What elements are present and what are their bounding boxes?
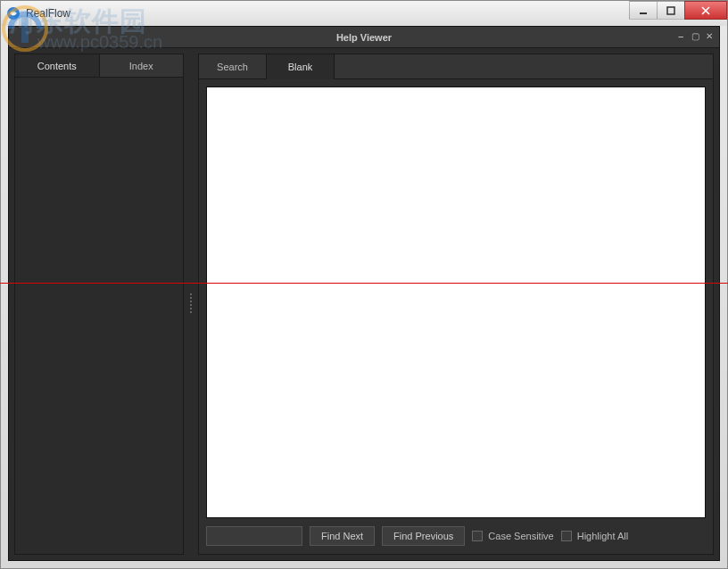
left-panel: Contents Index [14,54,184,555]
tab-search[interactable]: Search [199,54,267,79]
checkbox-icon [472,531,483,541]
realflow-app-icon [6,6,21,21]
maximize-button[interactable] [657,1,685,20]
find-previous-button[interactable]: Find Previous [382,526,465,546]
inner-window-controls: ‒ ▢ ✕ [674,30,716,43]
help-content-viewer[interactable] [206,87,706,518]
find-input[interactable] [206,526,302,546]
viewer-area [199,79,713,518]
app-frame: Help Viewer ‒ ▢ ✕ Contents Index [8,26,720,561]
help-viewer-titlebar[interactable]: Help Viewer ‒ ▢ ✕ [9,27,719,48]
tab-index[interactable]: Index [100,54,184,77]
tab-blank[interactable]: Blank [267,54,335,79]
find-bar: Find Next Find Previous Case Sensitive H… [199,518,713,554]
splitter-handle[interactable] [189,54,193,555]
highlight-all-label: Highlight All [577,531,628,541]
tab-index-label: Index [129,61,153,71]
right-panel: Search Blank Find Next Find Previous [198,54,714,555]
window-controls [630,1,727,20]
right-tabs: Search Blank [199,54,713,79]
right-tabs-filler [335,54,713,79]
outer-window-title: RealFlow [26,7,70,20]
outer-titlebar[interactable]: RealFlow [1,1,727,26]
inner-close-icon[interactable]: ✕ [703,30,716,43]
minimize-button[interactable] [629,1,658,20]
left-tab-content [15,78,183,554]
help-viewer-title: Help Viewer [336,32,392,43]
find-next-button[interactable]: Find Next [310,526,375,546]
inner-maximize-icon[interactable]: ▢ [689,30,701,43]
app-body: Contents Index Search Blank [9,48,719,560]
inner-minimize-icon[interactable]: ‒ [674,30,687,43]
close-button[interactable] [684,1,727,20]
case-sensitive-checkbox[interactable]: Case Sensitive [472,531,553,541]
highlight-all-checkbox[interactable]: Highlight All [561,531,628,541]
svg-rect-2 [667,7,674,14]
tab-search-label: Search [217,62,248,72]
outer-window: RealFlow Help Viewer ‒ ▢ ✕ [0,0,728,569]
svg-rect-1 [640,12,647,14]
tab-contents-label: Contents [37,61,77,71]
checkbox-icon [561,531,572,541]
tab-contents[interactable]: Contents [15,54,100,77]
case-sensitive-label: Case Sensitive [488,531,553,541]
left-tabs: Contents Index [15,54,183,78]
tab-blank-label: Blank [288,62,313,72]
